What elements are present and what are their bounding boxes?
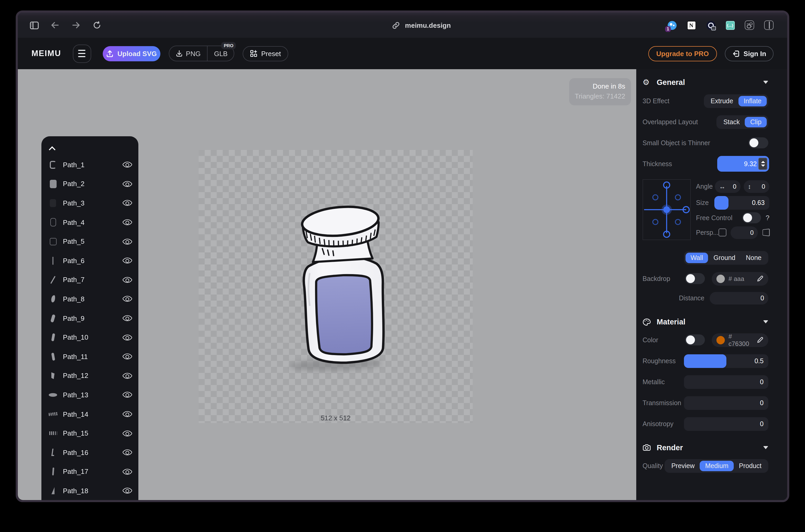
overlap-option-stack[interactable]: Stack	[718, 117, 745, 127]
angle-direction-widget[interactable]	[643, 179, 691, 240]
visibility-eye-icon[interactable]	[122, 159, 133, 170]
backdrop-option-ground[interactable]: Ground	[708, 252, 741, 263]
backdrop-option-none[interactable]: None	[741, 252, 767, 263]
visibility-eye-icon[interactable]	[122, 448, 133, 458]
settings-sliders-icon[interactable]	[745, 20, 754, 30]
material-section-header[interactable]: Material	[643, 318, 768, 326]
layer-row[interactable]: Path_16	[41, 443, 138, 462]
roughness-row: Roughness 0.5	[643, 354, 768, 368]
free-control-toggle[interactable]	[742, 212, 761, 224]
backdrop-option-wall[interactable]: Wall	[685, 252, 708, 263]
chevron-down-icon[interactable]	[763, 320, 768, 323]
general-section-header[interactable]: ⚙ General	[643, 78, 768, 87]
transmission-row: Transmission 0	[643, 396, 768, 410]
distance-input[interactable]: 0	[710, 292, 768, 304]
chevron-down-icon[interactable]	[763, 81, 768, 84]
json-viewer-extension-icon[interactable]: {...}	[725, 20, 735, 30]
layer-row[interactable]: Path_6	[41, 251, 138, 270]
layer-row[interactable]: Path_12	[41, 366, 138, 385]
visibility-eye-icon[interactable]	[122, 486, 133, 496]
layer-row[interactable]: Path_11	[41, 347, 138, 366]
visibility-eye-icon[interactable]	[122, 428, 133, 438]
anisotropy-slider[interactable]: 0	[684, 417, 768, 431]
layer-row[interactable]: Path_9	[41, 309, 138, 328]
preset-button[interactable]: Preset	[243, 46, 288, 61]
upload-svg-button[interactable]: Upload SVG	[102, 46, 160, 61]
thickness-input[interactable]: 9.32	[718, 157, 768, 171]
path-thumbnail	[48, 276, 58, 284]
visibility-eye-icon[interactable]	[122, 198, 133, 208]
visibility-eye-icon[interactable]	[122, 255, 133, 266]
visibility-eye-icon[interactable]	[122, 352, 133, 362]
visibility-eye-icon[interactable]	[122, 274, 133, 285]
layer-row[interactable]: Path_14	[41, 404, 138, 423]
backdrop-toggle[interactable]	[685, 273, 705, 284]
layer-row[interactable]: Path_5	[41, 232, 138, 251]
extension-paw-icon[interactable]: 1	[667, 20, 676, 30]
visibility-eye-icon[interactable]	[122, 390, 133, 400]
visibility-eye-icon[interactable]	[122, 294, 133, 304]
angle-v-input[interactable]: ↕0	[744, 180, 769, 193]
metallic-row: Metallic 0	[643, 375, 768, 389]
quality-option-product[interactable]: Product	[734, 460, 767, 471]
render-section-header[interactable]: Render	[643, 443, 768, 452]
color-toggle[interactable]	[685, 335, 705, 345]
split-view-icon[interactable]	[764, 20, 773, 30]
roughness-slider[interactable]: 0.5	[684, 354, 768, 368]
layer-row[interactable]: Path_17	[41, 462, 138, 481]
export-group: PNG GLB PRO	[169, 45, 234, 61]
angle-h-input[interactable]: ↔0	[715, 180, 741, 193]
layer-row[interactable]: Path_8	[41, 289, 138, 308]
visibility-eye-icon[interactable]	[122, 409, 133, 419]
material-color-input[interactable]: # c76300	[712, 333, 768, 347]
visibility-eye-icon[interactable]	[122, 467, 133, 477]
layer-row[interactable]: Path_7	[41, 270, 138, 289]
layer-row[interactable]: Path_10	[41, 328, 138, 347]
visibility-eye-icon[interactable]	[122, 332, 133, 343]
backdrop-color-swatch	[716, 274, 725, 283]
visibility-eye-icon[interactable]	[122, 313, 133, 323]
layer-row[interactable]: Path_4	[41, 213, 138, 232]
forward-icon[interactable]	[71, 20, 81, 30]
sidebar-toggle-icon[interactable]	[30, 20, 39, 30]
quality-option-medium[interactable]: Medium	[700, 460, 734, 471]
effect-option-extrude[interactable]: Extrude	[705, 96, 739, 106]
help-question-icon[interactable]: ?	[766, 214, 769, 222]
hamburger-menu-button[interactable]	[73, 44, 91, 63]
upgrade-to-pro-button[interactable]: Upgrade to PRO	[649, 46, 717, 61]
quality-option-preview[interactable]: Preview	[666, 460, 700, 471]
thinner-toggle[interactable]	[748, 137, 768, 148]
size-slider[interactable]: 0.63	[714, 196, 769, 209]
metallic-slider[interactable]: 0	[684, 375, 768, 388]
layer-row[interactable]: Path_2	[41, 174, 138, 193]
layer-row[interactable]: Path_18	[41, 481, 138, 500]
extension-badge: 1	[665, 26, 671, 32]
reload-icon[interactable]	[92, 20, 102, 30]
viewport-3d[interactable]: 512 x 512 Done in 8s Triangles: 71422 Pa…	[18, 69, 636, 500]
layer-row[interactable]: Path_3	[41, 193, 138, 212]
back-icon[interactable]	[50, 20, 60, 30]
1password-extension-icon[interactable]	[706, 20, 715, 30]
export-png-button[interactable]: PNG	[169, 46, 207, 61]
perspective-checkbox[interactable]	[718, 229, 726, 236]
address-bar[interactable]: meimu.design	[175, 20, 667, 30]
overlap-option-clip[interactable]: Clip	[745, 117, 767, 127]
layer-row[interactable]: Path_19	[41, 500, 138, 502]
visibility-eye-icon[interactable]	[122, 179, 133, 189]
visibility-eye-icon[interactable]	[122, 370, 133, 381]
url-text: meimu.design	[405, 21, 451, 29]
layer-row[interactable]: Path_1	[41, 155, 138, 174]
collapse-layers-button[interactable]	[41, 141, 138, 155]
effect-option-inflate[interactable]: Inflate	[739, 96, 767, 106]
transmission-slider[interactable]: 0	[684, 396, 768, 410]
backdrop-color-input[interactable]: # aaa	[712, 272, 768, 285]
visibility-eye-icon[interactable]	[122, 236, 133, 247]
sign-in-button[interactable]: Sign In	[725, 46, 773, 61]
chevron-down-icon[interactable]	[763, 446, 768, 449]
layer-row[interactable]: Path_13	[41, 385, 138, 404]
layer-row[interactable]: Path_15	[41, 424, 138, 443]
thickness-spinner[interactable]	[759, 158, 767, 170]
notion-extension-icon[interactable]: N	[687, 20, 696, 30]
perspective-input[interactable]: 0	[731, 226, 758, 239]
visibility-eye-icon[interactable]	[122, 217, 133, 227]
